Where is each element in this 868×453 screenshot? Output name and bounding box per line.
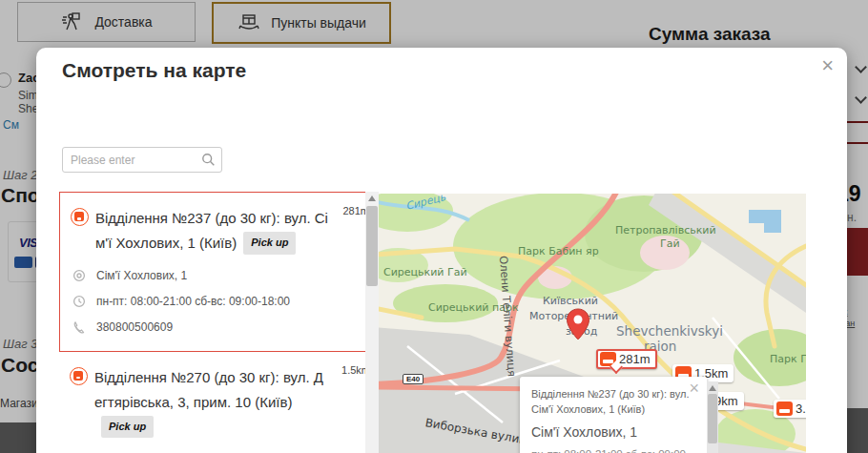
marker-distance: 281m [619,352,651,366]
locker-icon [70,367,88,385]
popup-title: Відділення №237 (до 30 кг): вул. Сім'ї Х… [531,387,690,418]
search-input[interactable] [71,154,201,167]
search-box [62,147,222,173]
location-icon [72,269,86,282]
marker-distance: 3.2 [796,402,806,416]
phone-icon [72,320,86,334]
road-badge-e40: E40 [403,374,424,384]
locker-marker-icon [776,402,793,416]
scrollbar-thumb[interactable] [708,394,717,443]
map-label-syretskyi-hai: Сирецький Гай [383,266,467,278]
map-label-plant1: Київський [543,295,598,307]
search-icon[interactable] [201,153,216,167]
marker-4[interactable]: 3.2 [774,400,806,418]
popup-scrollbar[interactable] [707,381,718,453]
marker-selected[interactable]: 281m [596,349,657,369]
popup-address: Сім'ї Хохлових, 1 [531,424,695,440]
list-scrollbar[interactable] [365,192,379,453]
map-label-peiza-park: Парк Пейзажна [770,353,806,365]
locker-marker-icon [600,352,616,366]
scrollbar-thumb[interactable] [366,206,378,286]
map-label-petro1: Петропавлівський [615,224,716,237]
pickup-item[interactable]: Відділення №270 (до 30 кг): вул. Дегтярі… [59,352,373,453]
map-label-babyn: Парк Бабин яр [518,245,599,257]
map-label-raion-name: Shevchenkivskyi [616,323,723,339]
map-label-petro2: Гай [660,237,680,250]
scroll-up-arrow[interactable] [709,385,716,391]
clock-icon [72,295,86,308]
map-pin-icon[interactable] [566,308,590,340]
pickup-item[interactable]: Відділення №237 (до 30 кг): вул. Сім'ї Х… [59,192,373,352]
scroll-up-arrow[interactable] [368,196,376,201]
pickup-map-modal: Смотреть на карте × Відділення №237 (до … [36,48,847,453]
pickup-list: Відділення №237 (до 30 кг): вул. Сім'ї Х… [59,192,373,453]
pickup-badge: Pick up [101,416,154,438]
pickup-phone: 380800500609 [96,320,173,334]
popup-close-icon[interactable]: × [689,379,699,399]
modal-title: Смотреть на карте [62,59,246,82]
popup-hours: пн-пт: 08:00-21:00 сб-вс: 09:00- [531,448,695,453]
map-popup: × Відділення №237 (до 30 кг): вул. Сім'ї… [520,377,707,453]
pickup-badge: Pick up [243,232,296,254]
pickup-address: Сім'ї Хохлових, 1 [96,269,187,282]
locker-icon [71,208,89,226]
map-panel[interactable]: Сирець Петропавлівський Гай Парк Бабин я… [379,194,806,453]
pickup-item-title: Відділення №270 (до 30 кг): вул. Дегтярі… [94,369,323,410]
close-icon[interactable]: × [821,55,834,76]
pickup-hours: пн-пт: 08:00-21:00 сб-вс: 09:00-18:00 [96,295,290,308]
